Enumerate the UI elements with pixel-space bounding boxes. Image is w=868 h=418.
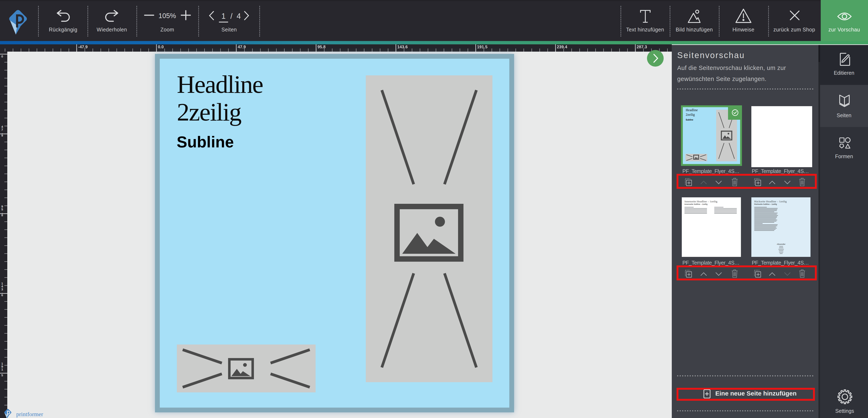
svg-text:printformer: printformer: [16, 411, 43, 417]
svg-text:Rückseite Headline – 1zeilig: Rückseite Headline – 1zeilig: [754, 200, 787, 203]
svg-text:2zeilig: 2zeilig: [686, 113, 695, 117]
svg-text:Subline: Subline: [686, 119, 693, 121]
svg-text:Absender: Absender: [777, 243, 785, 245]
svg-text:Headline: Headline: [686, 108, 698, 112]
svg-text:Innenseite Subline – 1zeilig: Innenseite Subline – 1zeilig: [684, 203, 708, 205]
svg-text:Rückseite Subline – 1zeilig: Rückseite Subline – 1zeilig: [754, 203, 777, 205]
svg-text:Innenseite Headline – 1zeilig: Innenseite Headline – 1zeilig: [684, 200, 717, 203]
